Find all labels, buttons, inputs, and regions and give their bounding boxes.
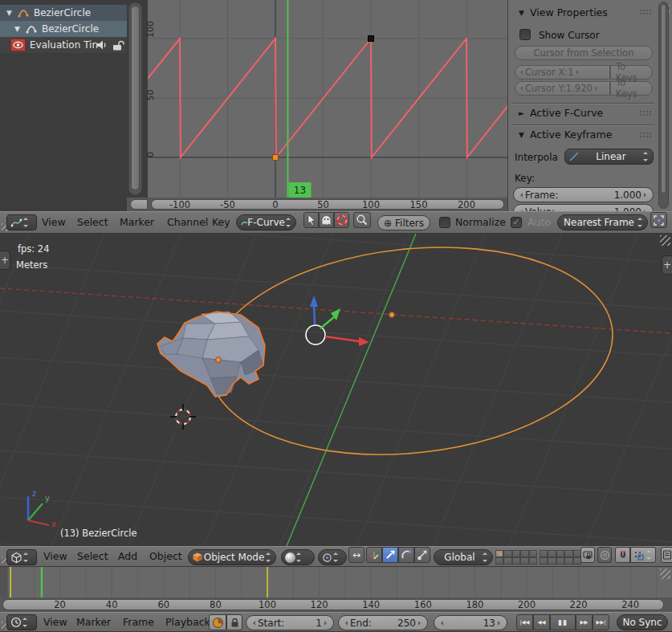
channel-row-beziercircle-action[interactable]: ▼ BezierCircle bbox=[0, 21, 127, 37]
normalize-checkbox[interactable] bbox=[439, 217, 450, 228]
pivot-point-dropdown[interactable] bbox=[318, 549, 347, 565]
panel-collapse-icon[interactable]: ▼ bbox=[519, 9, 524, 17]
layer-toggle[interactable] bbox=[556, 550, 564, 557]
prev-keyframe-button[interactable]: ◀◀ bbox=[533, 614, 550, 630]
layer-toggle[interactable] bbox=[548, 557, 556, 565]
manipulator-z-arrow-icon[interactable] bbox=[310, 296, 318, 307]
layer-toggle[interactable] bbox=[529, 550, 537, 557]
viewport-shading-dropdown[interactable] bbox=[281, 549, 315, 565]
expand-triangle-icon[interactable]: ▼ bbox=[14, 25, 20, 33]
layer-toggle[interactable] bbox=[564, 557, 572, 565]
menu-select[interactable]: Select bbox=[77, 216, 108, 228]
panel-drag-dots[interactable] bbox=[639, 9, 651, 14]
rotate-manipulator-button[interactable] bbox=[398, 547, 414, 563]
menu-channel[interactable]: Channel bbox=[167, 216, 208, 228]
cursor-from-selection-button[interactable]: Cursor from Selection bbox=[515, 46, 653, 60]
layer-toggle[interactable] bbox=[529, 557, 537, 565]
zoom-tool-button[interactable] bbox=[353, 212, 371, 228]
graph-vertical-scrollbar[interactable] bbox=[128, 2, 142, 195]
manipulator-toggle-button[interactable]: ↔ bbox=[348, 547, 365, 563]
panel-title[interactable]: Active F-Curve bbox=[530, 107, 603, 119]
mode-dropdown[interactable]: Object Mode bbox=[188, 549, 276, 565]
cursor-x-field[interactable]: Cursor X: 1 bbox=[515, 65, 610, 80]
jump-to-start-button[interactable]: |◀◀ bbox=[516, 614, 533, 630]
translate-manipulator-button[interactable] bbox=[382, 547, 398, 563]
editor-type-dropdown[interactable] bbox=[6, 614, 37, 630]
filters-button[interactable]: ⊕ Filters bbox=[377, 215, 430, 230]
interpolation-dropdown[interactable]: Linear bbox=[564, 149, 654, 165]
timeline-track-area[interactable] bbox=[0, 567, 672, 597]
layer-toggle[interactable] bbox=[556, 557, 564, 565]
menu-object[interactable]: Object bbox=[149, 550, 182, 562]
transform-manipulator[interactable] bbox=[306, 296, 369, 346]
menu-add[interactable]: Add bbox=[118, 550, 137, 562]
normalize-label[interactable]: Normalize bbox=[455, 216, 506, 228]
fcurve-mode-dropdown[interactable]: F-Curve bbox=[236, 214, 296, 230]
menu-marker[interactable]: Marker bbox=[120, 216, 154, 228]
layer-toggle[interactable] bbox=[512, 550, 520, 557]
layer-toggle[interactable] bbox=[495, 557, 503, 565]
circle-origin-point[interactable] bbox=[389, 312, 395, 318]
editor-type-dropdown[interactable] bbox=[6, 214, 37, 230]
layer-toggle[interactable] bbox=[512, 557, 520, 565]
snap-mode-dropdown[interactable]: Nearest Frame bbox=[557, 214, 648, 230]
panel-collapse-icon[interactable]: ▼ bbox=[519, 131, 524, 139]
panel-drag-dots[interactable] bbox=[639, 110, 651, 116]
keyframe-value-field[interactable]: Value: 1.000 bbox=[513, 204, 654, 211]
ghost-curves-button[interactable] bbox=[319, 212, 334, 228]
scale-manipulator-button[interactable] bbox=[414, 547, 430, 563]
layer-toggle[interactable] bbox=[503, 557, 511, 565]
toolbar-expand-tab[interactable]: + bbox=[0, 251, 10, 270]
channel-unlock-icon[interactable] bbox=[112, 39, 124, 51]
auto-normalize-label[interactable]: Auto bbox=[527, 216, 551, 228]
cursor-y-field[interactable]: Cursor Y: 1.920 bbox=[515, 81, 610, 96]
layer-toggle[interactable] bbox=[520, 550, 528, 557]
panel-collapse-icon[interactable]: ► bbox=[519, 109, 524, 117]
channel-label[interactable]: Evaluation Tin bbox=[30, 39, 98, 51]
next-keyframe-button[interactable]: ▶▶ bbox=[576, 614, 593, 630]
panel-drag-dots[interactable] bbox=[639, 132, 651, 137]
manipulator-x-arrow-icon[interactable] bbox=[359, 337, 369, 346]
keyframe-point[interactable] bbox=[273, 155, 279, 161]
channel-mute-speaker-icon[interactable] bbox=[96, 39, 108, 51]
channel-row-evaluation-tin[interactable]: Evaluation Tin bbox=[0, 37, 127, 53]
pause-button[interactable]: ▮▮ bbox=[550, 614, 576, 630]
layer-toggle[interactable] bbox=[495, 550, 503, 557]
current-frame-field[interactable]: 13 bbox=[434, 615, 507, 630]
menu-marker[interactable]: Marker bbox=[76, 616, 111, 628]
render-ops-button[interactable] bbox=[661, 547, 672, 563]
fcurve-sample-button[interactable] bbox=[334, 212, 349, 228]
layer-toggle[interactable] bbox=[503, 550, 511, 557]
jump-to-end-button[interactable]: ▶▶| bbox=[593, 614, 609, 630]
expand-triangle-icon[interactable]: ▼ bbox=[6, 9, 12, 17]
graph-horizontal-scrollbar[interactable]: -100-50050100150200 bbox=[148, 198, 507, 211]
layer-toggle[interactable] bbox=[548, 550, 556, 557]
menu-playback[interactable]: Playback bbox=[165, 616, 210, 628]
menu-view[interactable]: View bbox=[43, 616, 67, 628]
turtle-mesh-object[interactable] bbox=[157, 312, 265, 397]
turtle-origin-point[interactable] bbox=[216, 357, 222, 363]
snap-element-dropdown[interactable] bbox=[630, 547, 656, 563]
proportional-edit-button[interactable] bbox=[597, 547, 612, 563]
cursor-3d[interactable] bbox=[170, 404, 196, 430]
transform-orientation-dropdown[interactable]: Global bbox=[434, 549, 493, 565]
properties-expand-tab[interactable]: + bbox=[662, 255, 672, 275]
graph-curve-area[interactable]: 13 bbox=[148, 0, 507, 198]
layer-toggle[interactable] bbox=[540, 557, 548, 565]
show-cursor-checkbox[interactable] bbox=[519, 29, 531, 40]
panel-title[interactable]: View Properties bbox=[530, 6, 608, 18]
region-corner-grip[interactable] bbox=[660, 569, 670, 579]
cursor-y-to-keys-button[interactable]: To Keys bbox=[610, 81, 653, 96]
auto-normalize-checkbox[interactable]: ✓ bbox=[511, 217, 522, 228]
copy-keyframes-button[interactable] bbox=[650, 212, 667, 228]
timeline-scrollbar[interactable]: 20406080100120140160180200220240 bbox=[0, 597, 672, 612]
channel-row-beziercircle-object[interactable]: ▼ BezierCircle bbox=[0, 5, 127, 21]
region-corner-grip[interactable] bbox=[660, 235, 670, 246]
viewport-3d[interactable]: fps: 24 Meters z y x (13) BezierCircle +… bbox=[0, 234, 672, 546]
menu-frame[interactable]: Frame bbox=[123, 616, 154, 628]
layers-group-1[interactable] bbox=[495, 550, 537, 565]
layer-toggle[interactable] bbox=[564, 550, 572, 557]
frame-end-field[interactable]: End: 250 bbox=[338, 615, 428, 630]
time-display-toggle-button[interactable] bbox=[209, 614, 226, 630]
sync-mode-dropdown[interactable]: No Sync bbox=[617, 614, 668, 630]
